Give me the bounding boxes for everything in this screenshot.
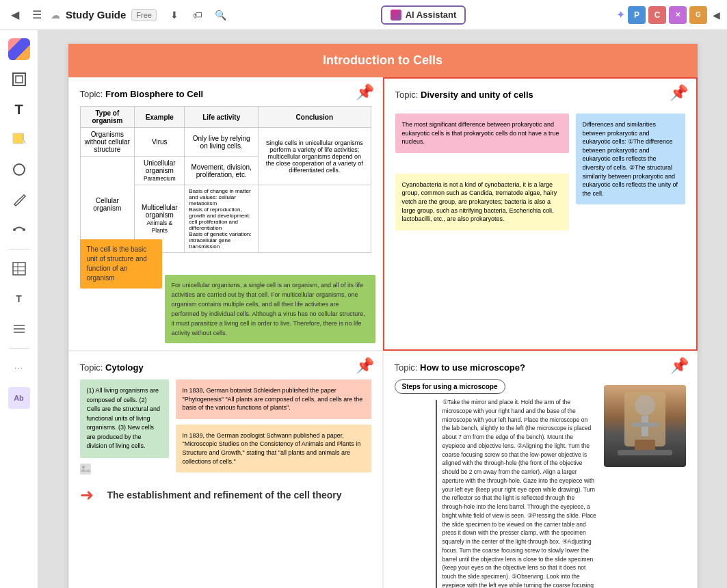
- svg-rect-15: [80, 464, 91, 475]
- topbar-left: ◀ ☰ ☁ Study Guide Free: [7, 7, 157, 23]
- svg-point-6: [13, 228, 16, 231]
- sticky-note-prokaryotic[interactable]: The most significant difference between …: [395, 113, 569, 153]
- steps-text: ①Take the mirror and place it. Hold the …: [395, 398, 597, 588]
- plugin-p-button[interactable]: P: [628, 6, 646, 24]
- topic-4-title: How to use microscope?: [420, 362, 525, 373]
- list-icon: [12, 321, 27, 336]
- sidebar-item-shape[interactable]: [5, 156, 33, 183]
- topic-1-label: Topic: From Biosphere to Cell: [80, 89, 371, 99]
- arrow-icon: ➜: [80, 485, 94, 505]
- sticky-icon: [12, 132, 27, 147]
- cell-theory-large-text: The establishment and refinement of the …: [101, 490, 349, 500]
- svg-rect-8: [13, 263, 25, 275]
- collapse-button[interactable]: ◀: [713, 10, 720, 21]
- document-title: Study Guide: [66, 9, 126, 21]
- ai-assistant-button[interactable]: AI Assistant: [381, 5, 466, 25]
- topbar-actions: ⬇ 🏷 🔍: [165, 5, 230, 25]
- topic-biosphere: Topic: From Biosphere to Cell 📌 Type of …: [68, 77, 383, 351]
- topic-3-title: Cytology: [105, 362, 144, 373]
- bio-table: Type of organism Example Life activity C…: [80, 106, 371, 253]
- sidebar-item-palette[interactable]: [5, 36, 33, 63]
- topic-3-label: Topic: Cytology: [80, 362, 371, 373]
- topbar-right: ✦ P C ✕ G ◀: [616, 6, 720, 24]
- sidebar-item-table[interactable]: [5, 255, 33, 282]
- topic-2-title: Diversity and unity of cells: [421, 90, 533, 100]
- pin-icon-3: 📌: [356, 357, 374, 375]
- svg-point-16: [82, 466, 85, 468]
- topic-diversity: Topic: Diversity and unity of cells 📌 Th…: [383, 77, 698, 351]
- frame-icon: [12, 72, 27, 87]
- table-row: Organisms without cellular structure Vir…: [80, 128, 371, 157]
- canvas[interactable]: Introduction to Cells Topic: From Biosph…: [38, 30, 727, 588]
- ab-icon: Ab: [8, 387, 30, 409]
- svg-rect-22: [631, 423, 659, 427]
- sticky-note-schleiden[interactable]: In 1838, German botanist Schleiden publi…: [176, 379, 371, 419]
- cell-theory-bottom: ➜ The establishment and refinement of th…: [80, 485, 371, 505]
- sidebar-item-text[interactable]: T: [5, 96, 33, 123]
- vertical-line: [436, 400, 437, 588]
- svg-rect-2: [13, 133, 23, 144]
- document-header: Introduction to Cells: [68, 44, 698, 77]
- sidebar-item-ab[interactable]: Ab: [5, 384, 33, 412]
- document: Introduction to Cells Topic: From Biosph…: [68, 44, 698, 588]
- sidebar-item-more[interactable]: ···: [5, 354, 33, 382]
- col-type: Type of organism: [80, 107, 135, 128]
- free-badge: Free: [131, 9, 157, 21]
- ai-icon: [391, 10, 401, 21]
- steps-badge: Steps for using a microscope: [395, 379, 505, 394]
- download-button[interactable]: ⬇: [165, 5, 184, 25]
- sticky-note-differences[interactable]: Differences and similarities between pro…: [576, 113, 685, 204]
- col-conclusion: Conclusion: [259, 107, 371, 128]
- svg-rect-1: [16, 76, 23, 83]
- pin-icon-4: 📌: [670, 357, 689, 375]
- svg-point-20: [635, 395, 655, 416]
- connector-icon: [12, 222, 27, 237]
- sidebar-item-pen[interactable]: [5, 186, 33, 213]
- sticky-note-unicellular[interactable]: For unicellular organisms, a single cell…: [165, 275, 375, 343]
- microscope-image-container: [604, 379, 686, 588]
- topic-2-label: Topic: Diversity and unity of cells: [395, 90, 685, 100]
- topic-4-label: Topic: How to use microscope?: [395, 362, 686, 373]
- sidebar-item-frame[interactable]: [5, 66, 33, 93]
- plugin-g-button[interactable]: G: [689, 6, 707, 24]
- topic-cytology: Topic: Cytology 📌 (1) All living organis…: [68, 351, 383, 588]
- ai-button-label: AI Assistant: [406, 10, 457, 20]
- sidebar-divider-1: [9, 249, 29, 250]
- tag-button[interactable]: 🏷: [188, 5, 207, 25]
- sidebar-divider-2: [9, 348, 29, 349]
- cloud-icon: ☁: [51, 10, 60, 21]
- sticky-note-cyanobacteria[interactable]: Cyanobacteria is not a kind of cynobacte…: [395, 174, 569, 230]
- sticky-note-schwann[interactable]: In 1839, the German zoologist Schwann pu…: [176, 425, 371, 472]
- sidebar-item-list[interactable]: [5, 315, 33, 343]
- sidebar: T T ··· Ab: [0, 30, 38, 588]
- topbar: ◀ ☰ ☁ Study Guide Free ⬇ 🏷 🔍 AI Assistan…: [0, 0, 727, 30]
- image-icon: [80, 464, 91, 475]
- svg-rect-0: [13, 73, 25, 85]
- microscope-image: [604, 385, 686, 467]
- sticky-note-cell-principles[interactable]: (1) All living organisms are composed of…: [80, 379, 169, 458]
- sticky-note-cell-unit[interactable]: The cell is the basic unit of structure …: [80, 239, 162, 289]
- col-example: Example: [135, 107, 185, 128]
- plugin-x-button[interactable]: ✕: [669, 6, 687, 24]
- search-button[interactable]: 🔍: [211, 5, 230, 25]
- main-area: T T ··· Ab: [0, 30, 727, 588]
- pin-icon-1: 📌: [356, 83, 374, 101]
- sidebar-item-textblock[interactable]: T: [5, 285, 33, 312]
- menu-button[interactable]: ☰: [29, 7, 45, 23]
- back-button[interactable]: ◀: [7, 7, 23, 23]
- svg-point-5: [14, 164, 25, 175]
- sparkle-button[interactable]: ✦: [616, 8, 625, 21]
- topic-microscope: Topic: How to use microscope? 📌 Steps fo…: [383, 351, 698, 588]
- pin-icon-2: 📌: [670, 84, 688, 102]
- svg-point-7: [23, 228, 25, 231]
- col-life: Life activity: [185, 107, 259, 128]
- plugin-c-button[interactable]: C: [648, 6, 666, 24]
- shape-icon: [12, 162, 27, 177]
- pen-icon: [12, 192, 27, 207]
- microscope-svg: [604, 385, 686, 467]
- sidebar-item-sticky[interactable]: [5, 126, 33, 153]
- topic-1-title: From Biosphere to Cell: [105, 89, 203, 99]
- content-grid: Topic: From Biosphere to Cell 📌 Type of …: [68, 77, 698, 588]
- sidebar-item-connector[interactable]: [5, 216, 33, 243]
- table-icon: [12, 261, 27, 276]
